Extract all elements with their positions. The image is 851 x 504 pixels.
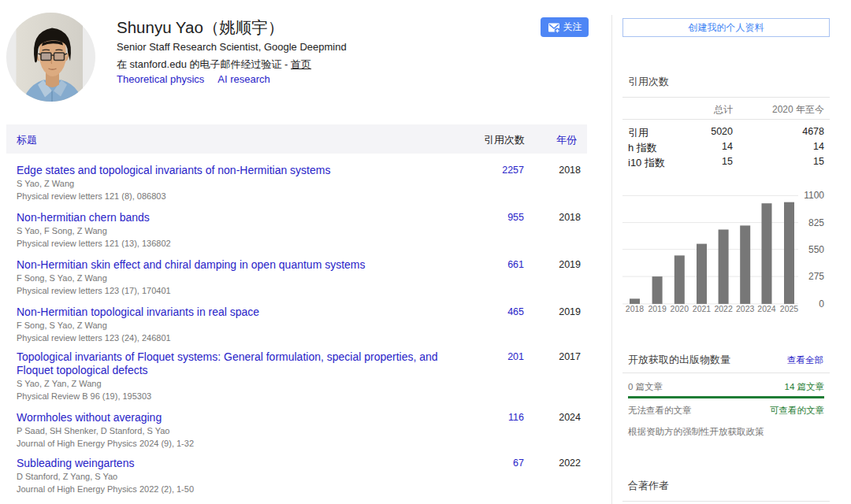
svg-text:1100: 1100 (804, 190, 824, 201)
svg-text:2020: 2020 (671, 304, 689, 313)
svg-text:2018: 2018 (626, 304, 645, 313)
svg-text:825: 825 (808, 217, 824, 228)
svg-text:2019: 2019 (648, 304, 667, 313)
svg-text:0: 0 (819, 298, 824, 309)
svg-text:275: 275 (808, 271, 824, 282)
svg-text:2022: 2022 (714, 304, 733, 313)
svg-text:2021: 2021 (693, 304, 712, 313)
svg-text:2024: 2024 (757, 304, 776, 313)
svg-text:550: 550 (808, 244, 824, 255)
svg-text:2025: 2025 (780, 304, 799, 313)
svg-text:2023: 2023 (736, 304, 755, 313)
